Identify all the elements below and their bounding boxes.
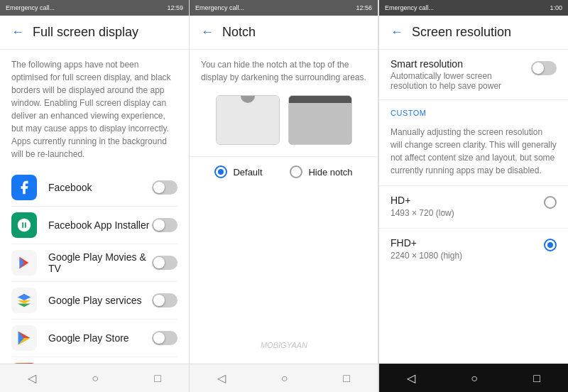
facebook-icon (11, 175, 37, 200)
nav-back-2[interactable]: ◁ (217, 371, 226, 385)
notch-options: Default Hide notch (190, 156, 378, 187)
radio-fhd-circle[interactable] (544, 239, 557, 251)
nav-home-1[interactable]: ○ (92, 372, 99, 385)
notch-default-label: Default (233, 167, 262, 178)
gps-icon (11, 288, 37, 313)
hd-title: HD+ (390, 195, 538, 206)
toggle-fb-installer[interactable] (152, 218, 178, 232)
bottom-nav-3: ◁ ○ □ (379, 364, 568, 392)
back-button-2[interactable]: ← (201, 25, 214, 40)
status-time-2: 12:56 (356, 4, 372, 11)
smart-resolution-item: Smart resolution Automatically lower scr… (379, 50, 568, 100)
nav-home-2[interactable]: ○ (281, 372, 288, 385)
notch-default-preview (216, 95, 280, 145)
panel-resolution: Emergency call... 1:00 ← Screen resoluti… (379, 0, 568, 392)
app-item-gpstore: Google Play Store (0, 320, 189, 356)
status-bar-1: Emergency call... 12:59 (0, 0, 189, 16)
gpm-icon (11, 250, 37, 276)
hd-info: HD+ 1493 × 720 (low) (390, 195, 538, 219)
back-button-3[interactable]: ← (390, 25, 403, 40)
toggle-gpm[interactable] (152, 256, 178, 270)
gpstore-icon (11, 325, 37, 351)
toggle-facebook[interactable] (152, 180, 178, 195)
notch-bar-hidden (289, 96, 351, 103)
app-name-fb-installer: Facebook App Installer (48, 219, 152, 231)
notch-cutout-1 (241, 96, 255, 103)
status-time-3: 1:00 (550, 4, 562, 11)
bottom-nav-2: ◁ ○ □ (190, 364, 378, 392)
header-notch: ← Notch (190, 16, 378, 50)
app-item-facebook: Facebook (0, 169, 189, 206)
notch-screen-2 (289, 103, 351, 144)
custom-description: Manually adjusting the screen resolution… (379, 120, 568, 186)
app-item-fb-installer: Facebook App Installer (0, 207, 189, 244)
fhd-title: FHD+ (390, 237, 538, 249)
notch-option-hide[interactable]: Hide notch (290, 165, 352, 178)
fb-installer-icon (11, 212, 37, 238)
status-time-1: 12:59 (167, 4, 183, 11)
content-notch: You can hide the notch at the top of the… (190, 50, 378, 364)
app-name-gps: Google Play services (48, 295, 152, 306)
nav-back-1[interactable]: ◁ (28, 371, 36, 385)
toggle-gps[interactable] (152, 293, 178, 307)
app-item-gpm: Google Play Movies & TV (0, 244, 189, 281)
status-bar-2: Emergency call... 12:56 (190, 0, 378, 16)
nav-recent-1[interactable]: □ (154, 372, 161, 385)
fhd-detail: 2240 × 1080 (high) (390, 250, 538, 262)
status-bar-3: Emergency call... 1:00 (379, 0, 568, 16)
radio-hd[interactable] (544, 196, 557, 209)
status-emergency-3: Emergency call... (385, 4, 434, 11)
hd-detail: 1493 × 720 (low) (390, 207, 538, 219)
panel-fullscreen: Emergency call... 12:59 ← Full screen di… (0, 0, 190, 392)
app-item-instagram: Instagram (0, 357, 189, 364)
app-item-gps: Google Play services (0, 282, 189, 319)
notch-hidden-preview (288, 95, 352, 145)
content-fullscreen: The following apps have not been optimis… (0, 50, 189, 364)
fhd-info: FHD+ 2240 × 1080 (high) (390, 237, 538, 262)
toggle-smart-resolution[interactable] (531, 61, 557, 75)
nav-recent-3[interactable]: □ (533, 372, 540, 385)
resolution-hd[interactable]: HD+ 1493 × 720 (low) (379, 186, 568, 229)
smart-res-info: Smart resolution Automatically lower scr… (390, 58, 531, 91)
app-name-gpm: Google Play Movies & TV (48, 251, 152, 274)
app-name-gpstore: Google Play Store (48, 332, 152, 344)
notch-description: You can hide the notch at the top of the… (190, 50, 378, 95)
panel-notch: Emergency call... 12:56 ← Notch You can … (190, 0, 378, 392)
notch-option-default[interactable]: Default (214, 165, 262, 178)
back-button-1[interactable]: ← (11, 25, 24, 40)
page-title-3: Screen resolution (412, 25, 511, 40)
watermark: MOBIGYAAN (261, 341, 307, 349)
header-resolution: ← Screen resolution (379, 16, 568, 50)
fullscreen-description: The following apps have not been optimis… (0, 50, 189, 169)
smart-res-title: Smart resolution (390, 58, 531, 70)
smart-res-subtitle: Automatically lower screen resolution to… (390, 71, 531, 91)
nav-home-3[interactable]: ○ (471, 372, 478, 385)
header-fullscreen: ← Full screen display (0, 16, 189, 50)
nav-recent-2[interactable]: □ (343, 372, 350, 385)
notch-screen-1 (217, 96, 279, 144)
panel-notch-wrapper: Emergency call... 12:56 ← Notch You can … (190, 0, 379, 392)
custom-label: CUSTOM (379, 100, 568, 120)
page-title-1: Full screen display (33, 25, 138, 40)
radio-hd-circle[interactable] (544, 196, 557, 209)
toggle-gpstore[interactable] (152, 331, 178, 345)
radio-fhd[interactable] (544, 239, 557, 251)
radio-hide[interactable] (290, 165, 302, 178)
nav-back-3[interactable]: ◁ (407, 371, 415, 385)
notch-preview-images (190, 95, 378, 156)
resolution-fhd[interactable]: FHD+ 2240 × 1080 (high) (379, 229, 568, 271)
status-emergency-1: Emergency call... (6, 4, 55, 11)
page-title-2: Notch (222, 25, 256, 40)
radio-default[interactable] (214, 165, 227, 178)
bottom-nav-1: ◁ ○ □ (0, 364, 189, 392)
content-resolution: Smart resolution Automatically lower scr… (379, 50, 568, 364)
app-name-facebook: Facebook (48, 182, 152, 193)
notch-hide-label: Hide notch (308, 167, 352, 178)
status-emergency-2: Emergency call... (195, 4, 244, 11)
